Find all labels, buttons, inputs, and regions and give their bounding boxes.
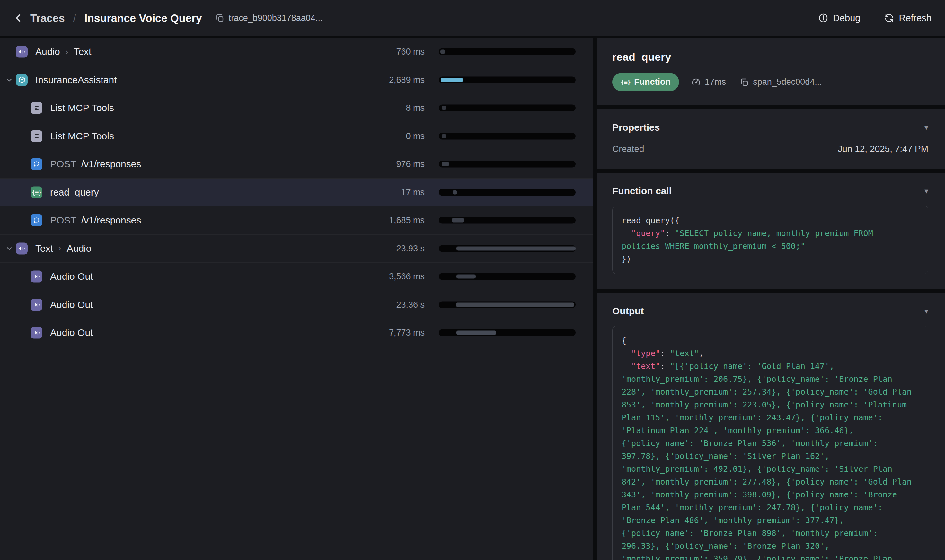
list-icon bbox=[31, 130, 42, 142]
info-icon bbox=[818, 13, 828, 23]
timeline-bar bbox=[439, 301, 576, 308]
trace-row[interactable]: Text›Audio23.93 s bbox=[0, 235, 593, 263]
span-duration: 17ms bbox=[705, 77, 726, 87]
timeline-segment bbox=[452, 218, 464, 223]
function-call-section: Function call ▾ read_query({ "query": "S… bbox=[597, 173, 945, 289]
output-title: Output bbox=[612, 306, 644, 317]
audio-icon bbox=[16, 46, 28, 58]
chat-icon bbox=[31, 158, 42, 170]
code-line: 'monthly_premium': 206.75}, {'policy_nam… bbox=[622, 373, 919, 386]
timeline-segment bbox=[456, 246, 576, 251]
label-chevron-separator: › bbox=[58, 243, 62, 253]
trace-row-duration: 8 ms bbox=[328, 103, 425, 113]
timeline-bar bbox=[439, 329, 576, 336]
trace-row[interactable]: List MCP Tools8 ms bbox=[0, 94, 593, 122]
refresh-icon bbox=[884, 13, 894, 23]
code-line: 228', 'monthly_premium': 257.34}, {'poli… bbox=[622, 386, 919, 398]
trace-id-chip[interactable]: trace_b900b3178aa04... bbox=[215, 13, 323, 23]
trace-row-duration: 1,685 ms bbox=[328, 215, 425, 225]
trace-row-label: Audio Out bbox=[50, 271, 93, 282]
trace-row-label: List MCP Tools bbox=[50, 102, 114, 113]
trace-list: Audio›Text760 msInsuranceAssistant2,689 … bbox=[0, 38, 593, 560]
trace-row-duration: 7,773 ms bbox=[328, 328, 425, 338]
chat-icon bbox=[31, 214, 42, 226]
timeline-segment bbox=[456, 275, 476, 279]
function-badge-label: Function bbox=[634, 77, 671, 87]
trace-row-label: POST/v1/responses bbox=[50, 158, 141, 169]
debug-button[interactable]: Debug bbox=[818, 13, 860, 23]
trace-row[interactable]: Audio›Text760 ms bbox=[0, 38, 593, 66]
code-line: Plan 544', 'monthly_premium': 247.78}, {… bbox=[622, 501, 919, 514]
debug-label: Debug bbox=[833, 13, 860, 23]
audio-icon bbox=[31, 298, 42, 311]
created-value: Jun 12, 2025, 7:47 PM bbox=[838, 144, 928, 154]
trace-row-duration: 23.93 s bbox=[328, 243, 425, 253]
timeline-bar bbox=[439, 273, 576, 280]
timeline-bar bbox=[439, 132, 576, 139]
code-line: 343', 'monthly_premium': 398.09}, {'poli… bbox=[622, 488, 919, 501]
code-line: 'Platinum Plan 224', 'monthly_premium': … bbox=[622, 424, 919, 437]
back-icon[interactable] bbox=[12, 11, 26, 25]
timeline-bar bbox=[439, 217, 576, 224]
code-line: "text": "[{'policy_name': 'Gold Plan 147… bbox=[622, 360, 919, 373]
timeline-bar bbox=[439, 77, 576, 83]
properties-title: Properties bbox=[612, 122, 660, 133]
code-line: "query": "SELECT policy_name, monthly_pr… bbox=[622, 227, 919, 240]
refresh-label: Refresh bbox=[899, 13, 931, 23]
label-chevron-separator: › bbox=[65, 47, 69, 57]
collapse-caret-icon[interactable]: ▾ bbox=[925, 187, 928, 195]
timeline-bar bbox=[439, 189, 576, 195]
timeline-bar bbox=[439, 161, 576, 168]
collapse-caret-icon[interactable]: ▾ bbox=[925, 307, 928, 315]
code-line: 296.33}, {'policy_name': 'Bronze Plan 32… bbox=[622, 540, 919, 552]
trace-row[interactable]: Audio Out7,773 ms bbox=[0, 319, 593, 347]
agent-icon bbox=[16, 74, 28, 86]
trace-row[interactable]: Audio Out3,566 ms bbox=[0, 263, 593, 291]
span-id-chip[interactable]: span_5dec00d4... bbox=[739, 77, 822, 87]
expand-chevron-icon[interactable] bbox=[5, 76, 14, 84]
code-line: {'policy_name': 'Bronze Plan 536', 'mont… bbox=[622, 437, 919, 450]
fn-icon: {≡} bbox=[31, 186, 42, 198]
refresh-button[interactable]: Refresh bbox=[884, 13, 931, 23]
code-line: 397.78}, {'policy_name': 'Silver Plan 16… bbox=[622, 450, 919, 463]
code-line: 'Bronze Plan 486', 'monthly_premium': 37… bbox=[622, 514, 919, 527]
timeline-segment bbox=[442, 162, 449, 166]
code-line: {'policy_name': 'Bronze Plan 898', 'mont… bbox=[622, 527, 919, 540]
trace-row[interactable]: POST/v1/responses976 ms bbox=[0, 150, 593, 178]
trace-row-label: Audio Out bbox=[50, 327, 93, 338]
trace-row[interactable]: {≡}read_query17 ms bbox=[0, 178, 593, 207]
audio-icon bbox=[31, 271, 42, 283]
code-line: Plan 115', 'monthly_premium': 243.47}, {… bbox=[622, 411, 919, 424]
span-detail-panel: read_query {≡} Function 17ms span_5dec bbox=[597, 38, 945, 560]
code-line: read_query({ bbox=[622, 214, 919, 227]
app-header: Traces / Insurance Voice Query trace_b90… bbox=[0, 0, 945, 36]
trace-row-duration: 760 ms bbox=[328, 47, 425, 57]
trace-row-label: POST/v1/responses bbox=[50, 215, 141, 226]
timeline-segment bbox=[440, 50, 445, 54]
trace-row[interactable]: POST/v1/responses1,685 ms bbox=[0, 206, 593, 235]
trace-row-label: List MCP Tools bbox=[50, 131, 114, 142]
function-type-badge: {≡} Function bbox=[612, 73, 679, 91]
trace-row-label: Audio Out bbox=[50, 299, 93, 310]
code-line: 'monthly_premium': 492.01}, {'policy_nam… bbox=[622, 463, 919, 475]
trace-row-duration: 3,566 ms bbox=[328, 272, 425, 282]
code-line: 853', 'monthly_premium': 223.05}, {'poli… bbox=[622, 398, 919, 411]
trace-row[interactable]: List MCP Tools0 ms bbox=[0, 122, 593, 151]
trace-id: trace_b900b3178aa04... bbox=[229, 13, 323, 23]
trace-row-label: Text›Audio bbox=[35, 243, 91, 254]
trace-row[interactable]: Audio Out23.36 s bbox=[0, 291, 593, 319]
breadcrumb-traces-link[interactable]: Traces bbox=[30, 12, 65, 25]
trace-row[interactable]: InsuranceAssistant2,689 ms bbox=[0, 66, 593, 94]
collapse-caret-icon[interactable]: ▾ bbox=[925, 124, 928, 131]
list-icon bbox=[31, 102, 42, 114]
timeline-segment bbox=[456, 303, 574, 307]
trace-row-duration: 17 ms bbox=[328, 187, 425, 197]
created-label: Created bbox=[612, 144, 644, 154]
code-line: }) bbox=[622, 253, 919, 266]
expand-chevron-icon[interactable] bbox=[5, 245, 14, 253]
timeline-bar bbox=[439, 105, 576, 111]
timeline-segment bbox=[441, 78, 463, 82]
audio-icon bbox=[16, 242, 28, 254]
code-line: "type": "text", bbox=[622, 347, 919, 360]
code-line: 'monthly_premium': 359.79}, {'policy_nam… bbox=[622, 552, 919, 560]
